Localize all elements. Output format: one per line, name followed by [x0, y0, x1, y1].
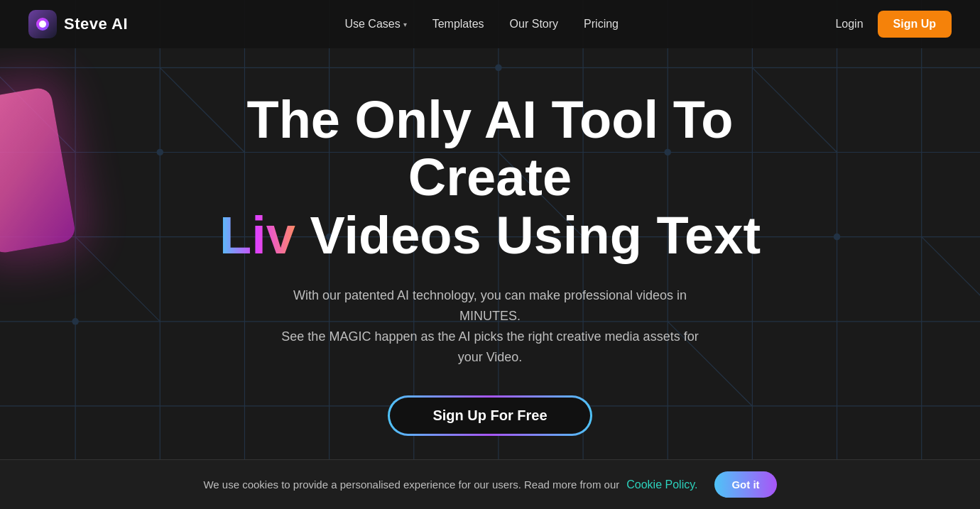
cookie-policy-link[interactable]: Cookie Policy.: [626, 478, 697, 491]
cta-wrapper[interactable]: Sign Up For Free: [388, 395, 592, 436]
cookie-message: We use cookies to provide a personalised…: [203, 478, 619, 491]
nav-links: Use Cases ▾ Templates Our Story Pricing: [344, 18, 619, 31]
hero-subtitle: With our patented AI technology, you can…: [277, 285, 703, 367]
cookie-banner: We use cookies to provide a personalised…: [0, 459, 980, 509]
logo-area[interactable]: Steve AI: [28, 10, 128, 38]
hero-subtitle-line2: See the MAGIC happen as the AI picks the…: [281, 329, 698, 364]
hero-section: The Only AI Tool To Create Liv Videos Us…: [0, 48, 980, 509]
logo-eye: [39, 21, 46, 28]
hero-title: The Only AI Tool To Create Liv Videos Us…: [170, 91, 810, 264]
hero-title-part1: The Only AI Tool To Create: [246, 90, 733, 207]
nav-our-story[interactable]: Our Story: [510, 18, 558, 31]
logo-icon: [28, 10, 57, 38]
login-button[interactable]: Login: [835, 18, 863, 31]
nav-templates[interactable]: Templates: [432, 18, 484, 31]
hero-title-liv: Liv: [219, 206, 295, 265]
signup-free-button[interactable]: Sign Up For Free: [390, 398, 589, 434]
got-it-button[interactable]: Got it: [714, 471, 776, 498]
hero-title-part2: Videos Using Text: [310, 206, 761, 265]
hero-subtitle-line1: With our patented AI technology, you can…: [293, 288, 687, 323]
signup-button[interactable]: Sign Up: [878, 11, 952, 38]
nav-pricing[interactable]: Pricing: [584, 18, 619, 31]
nav-use-cases[interactable]: Use Cases ▾: [344, 18, 406, 31]
brand-name: Steve AI: [64, 15, 128, 33]
nav-auth: Login Sign Up: [835, 11, 952, 38]
navbar: Steve AI Use Cases ▾ Templates Our Story…: [0, 0, 980, 48]
chevron-down-icon: ▾: [403, 21, 407, 28]
